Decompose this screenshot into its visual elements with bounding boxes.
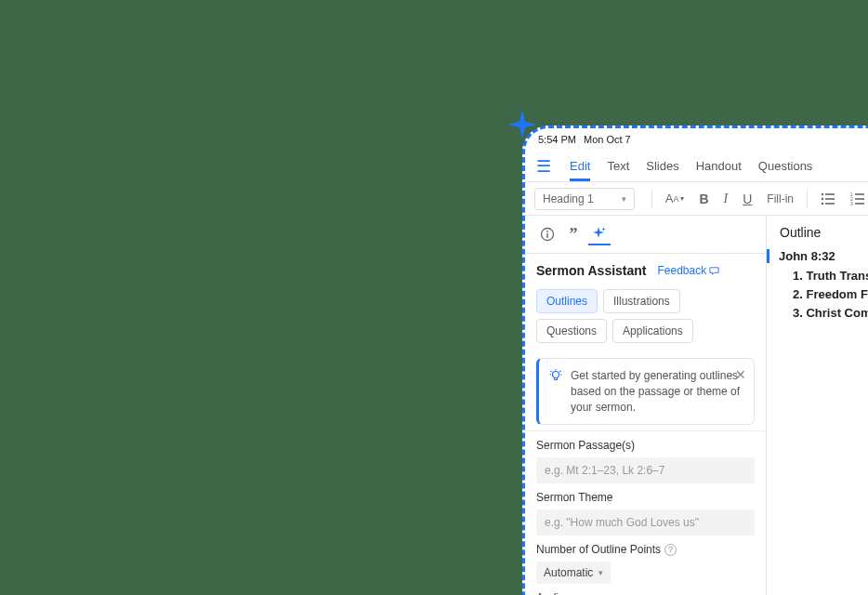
audience-field: Audience ✓ Adults ✓ Teens ✓ Children [525,584,766,595]
lightbulb-icon [548,368,563,415]
svg-text:3: 3 [850,201,853,206]
points-label: Number of Outline Points ? [536,543,755,556]
hint-text: Get started by generating outlines based… [571,368,744,415]
hint-box: Get started by generating outlines based… [536,358,755,425]
outline-panel: Outline John 8:32 1. Truth Trans 2. Free… [767,216,868,595]
svg-rect-9 [855,198,864,200]
heading-dropdown[interactable]: Heading 1 ▾ [534,188,635,210]
svg-rect-22 [546,233,547,238]
svg-point-0 [822,192,823,194]
format-toolbar: Heading 1 ▾ AA▾ B I U Fill-in 123 [525,182,868,216]
pill-applications[interactable]: Applications [612,319,693,343]
status-bar: 5:54 PM Mon Oct 7 [525,128,868,151]
points-field: Number of Outline Points ? Automatic ▾ [525,536,766,584]
svg-line-26 [551,371,552,372]
passage-input[interactable] [536,457,755,483]
assistant-panel: ” Sermon Assistant Feedback Outlines Ill… [525,216,767,595]
passage-label: Sermon Passage(s) [536,439,755,452]
status-date: Mon Oct 7 [584,134,631,145]
svg-point-2 [822,197,823,199]
outline-item[interactable]: 2. Freedom Fo [793,287,868,301]
svg-point-4 [822,202,823,204]
assistant-title-row: Sermon Assistant Feedback [525,254,766,285]
theme-label: Sermon Theme [536,491,755,504]
italic-button[interactable]: I [718,188,734,210]
outline-item[interactable]: 1. Truth Trans [793,269,868,283]
svg-rect-3 [825,198,835,200]
assistant-pill-tabs: Outlines Illustrations Questions Applica… [525,285,766,352]
feedback-link[interactable]: Feedback [658,264,720,277]
audience-label: Audience [536,591,755,595]
svg-rect-1 [825,193,835,195]
divider [651,189,652,209]
quote-icon[interactable]: ” [562,223,585,245]
tab-edit[interactable]: Edit [570,152,590,180]
app-window: 5:54 PM Mon Oct 7 ☰ Edit Text Slides Han… [522,126,868,595]
heading-dropdown-label: Heading 1 [543,192,594,205]
close-icon[interactable]: ✕ [735,366,746,385]
theme-field: Sermon Theme [525,483,766,536]
svg-rect-24 [555,378,558,380]
tab-slides[interactable]: Slides [646,152,678,180]
tab-handout[interactable]: Handout [696,152,742,180]
passage-field: Sermon Passage(s) [525,430,766,483]
pill-questions[interactable]: Questions [536,319,607,343]
info-icon[interactable] [536,223,559,245]
status-time: 5:54 PM [538,134,576,145]
svg-rect-11 [855,203,864,205]
sparkle-icon[interactable] [588,223,611,245]
svg-point-21 [546,231,548,232]
star-decoration [507,110,537,139]
chevron-down-icon: ▾ [598,568,603,577]
bullet-list-icon[interactable] [815,188,841,210]
font-size-button[interactable]: AA▾ [660,188,690,209]
tab-text[interactable]: Text [607,152,629,180]
numbered-list-icon[interactable]: 123 [845,188,868,210]
outline-reference[interactable]: John 8:32 [767,249,868,263]
assistant-icon-tabs: ” [525,216,766,254]
svg-rect-5 [825,203,835,205]
points-dropdown[interactable]: Automatic ▾ [536,562,611,584]
outline-item[interactable]: 3. Christ Com [793,306,868,320]
underline-button[interactable]: U [737,188,757,210]
fillin-button[interactable]: Fill-in [761,189,799,209]
main-area: ” Sermon Assistant Feedback Outlines Ill… [525,216,868,595]
svg-line-27 [559,371,560,372]
bold-button[interactable]: B [693,188,714,210]
pill-illustrations[interactable]: Illustrations [603,289,680,313]
feedback-label: Feedback [658,264,707,277]
tab-questions[interactable]: Questions [758,152,813,180]
help-icon[interactable]: ? [664,544,677,556]
svg-point-23 [553,372,559,378]
assistant-title: Sermon Assistant [536,263,647,278]
points-value: Automatic [544,566,593,579]
main-tabs: ☰ Edit Text Slides Handout Questions [525,151,868,182]
theme-input[interactable] [536,509,755,536]
menu-icon[interactable]: ☰ [536,156,551,177]
svg-rect-7 [855,193,864,195]
chat-icon [709,266,719,276]
outline-title: Outline [780,225,868,240]
chevron-down-icon: ▾ [622,194,626,204]
outline-list: 1. Truth Trans 2. Freedom Fo 3. Christ C… [780,269,868,320]
pill-outlines[interactable]: Outlines [536,289,598,313]
divider [807,189,808,209]
